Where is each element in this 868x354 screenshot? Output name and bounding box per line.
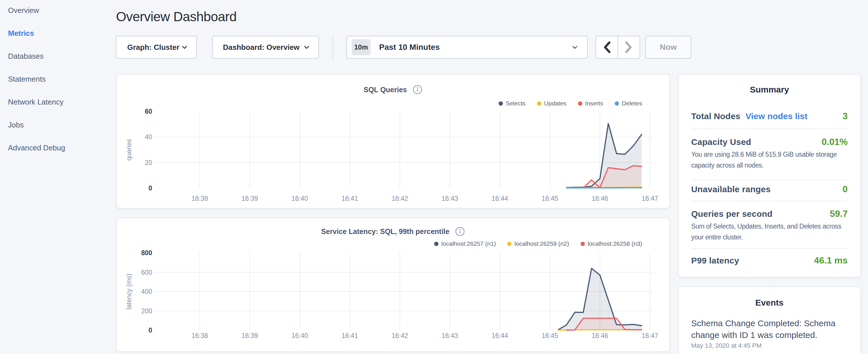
now-button-label: Now: [660, 43, 677, 52]
time-range-label: Past 10 Minutes: [379, 43, 440, 52]
legend-item-localhost-26258-n3-[interactable]: localhost:26258 (n3): [581, 240, 642, 247]
legend-item-deletes[interactable]: Deletes: [615, 100, 642, 107]
legend-label: localhost:26257 (n1): [441, 240, 496, 247]
sidebar-item-metrics[interactable]: Metrics: [8, 22, 34, 45]
toolbar-divider: [333, 35, 333, 60]
event-timestamp: May 13, 2020 at 4:45 PM: [691, 342, 762, 349]
view-nodes-list-link[interactable]: View nodes list: [746, 111, 808, 121]
events-card: Events Schema Change Completed: Schema c…: [678, 286, 861, 354]
legend-dot: [507, 242, 512, 246]
legend-item-localhost-26257-n1-[interactable]: localhost:26257 (n1): [434, 240, 496, 247]
time-step-group: [595, 36, 640, 59]
x-axis-tick: 16:41: [342, 332, 358, 340]
chart-plot-area[interactable]: [155, 111, 653, 188]
y-axis-tick: 0: [121, 185, 152, 192]
time-range-badge: 10m: [351, 39, 371, 55]
x-axis-tick: 16:43: [442, 195, 458, 202]
legend-label: Updates: [544, 100, 566, 107]
y-axis-tick: 0: [121, 326, 152, 334]
legend-item-updates[interactable]: Updates: [537, 100, 566, 107]
summary-row-value: 3: [842, 111, 848, 122]
y-axis-tick: 60: [121, 108, 152, 116]
legend-label: Inserts: [585, 100, 603, 107]
x-axis-tick: 16:45: [541, 195, 558, 202]
x-axis-tick: 16:39: [242, 332, 258, 340]
x-axis-tick: 16:41: [342, 195, 358, 202]
graph-dropdown-label: Graph: Cluster: [127, 43, 179, 52]
chart-plot-area[interactable]: [155, 253, 653, 330]
y-axis-label: latency (ms): [125, 273, 133, 309]
x-axis-tick: 16:42: [392, 195, 408, 202]
x-axis-tick: 16:45: [541, 332, 558, 340]
chevron-down-icon: [180, 43, 189, 52]
graph-dropdown[interactable]: Graph: Cluster: [116, 36, 197, 59]
dashboard-dropdown-label: Dashboard: Overview: [223, 43, 300, 52]
summary-divider: [691, 201, 848, 201]
x-axis-tick: 16:44: [492, 332, 508, 340]
legend-dot: [499, 101, 503, 106]
chevron-left-icon: [602, 41, 611, 54]
chart-legend: SelectsUpdatesInsertsDeletes: [499, 100, 642, 107]
summary-row-unavailable-ranges: Unavailable ranges0: [691, 184, 848, 194]
legend-label: Deletes: [622, 100, 642, 107]
summary-row-value: 46.1 ms: [814, 255, 848, 266]
legend-dot: [578, 101, 582, 106]
now-button[interactable]: Now: [645, 36, 691, 59]
summary-divider: [691, 180, 848, 180]
x-axis-tick: 16:38: [191, 332, 208, 340]
x-axis-tick: 16:43: [442, 332, 458, 340]
sidebar-item-network-latency[interactable]: Network Latency: [8, 91, 64, 114]
summary-row-capacity-used: Capacity Used0.01%You are using 28.6 MiB…: [691, 137, 848, 171]
service-latency-chart-card: Service Latency: SQL, 99th percentileloc…: [116, 218, 670, 352]
sidebar-item-advanced-debug[interactable]: Advanced Debug: [8, 136, 65, 159]
summary-card: Summary Total NodesView nodes list3Capac…: [678, 74, 861, 278]
legend-dot: [581, 242, 585, 246]
time-range-selector[interactable]: 10m Past 10 Minutes: [346, 36, 588, 59]
page-title: Overview Dashboard: [116, 9, 237, 24]
legend-dot: [537, 101, 541, 106]
chart-title: SQL Queries: [364, 86, 407, 94]
chevron-down-icon: [302, 43, 311, 52]
info-icon[interactable]: [455, 227, 465, 236]
event-message[interactable]: Schema Change Completed: Schema change w…: [691, 317, 840, 341]
sql-queries-chart-card: SQL QueriesSelectsUpdatesInsertsDeletes0…: [116, 74, 670, 208]
summary-row-value: 0: [842, 184, 848, 194]
summary-row-label: Capacity Used: [691, 137, 751, 147]
summary-row-description: Sum of Selects, Updates, Inserts, and De…: [691, 221, 848, 243]
sidebar-item-databases[interactable]: Databases: [8, 45, 43, 68]
summary-title: Summary: [679, 85, 860, 95]
summary-row-queries-per-second: Queries per second59.7Sum of Selects, Up…: [691, 208, 848, 243]
x-axis-tick: 16:46: [592, 195, 608, 202]
summary-row-value: 0.01%: [822, 137, 848, 147]
summary-row-label: Queries per second: [691, 209, 773, 219]
summary-row-label: Total Nodes: [691, 111, 741, 121]
events-title: Events: [679, 298, 860, 308]
legend-dot: [434, 242, 438, 246]
next-range-button[interactable]: [618, 36, 640, 58]
legend-item-localhost-26259-n2-[interactable]: localhost:26259 (n2): [507, 240, 569, 247]
x-axis-tick: 16:47: [642, 195, 658, 202]
summary-row-value: 59.7: [830, 208, 848, 219]
x-axis-tick: 16:42: [392, 332, 408, 340]
legend-label: localhost:26258 (n3): [588, 240, 642, 247]
summary-row-total-nodes: Total NodesView nodes list3: [691, 111, 848, 122]
legend-item-inserts[interactable]: Inserts: [578, 100, 603, 107]
summary-row-description: You are using 28.6 MiB of 515.9 GiB usab…: [691, 149, 848, 171]
dashboard-dropdown[interactable]: Dashboard: Overview: [212, 36, 319, 59]
legend-label: localhost:26259 (n2): [515, 240, 569, 247]
x-axis-tick: 16:46: [592, 332, 608, 340]
summary-divider: [691, 129, 848, 129]
x-axis-tick: 16:47: [642, 332, 658, 340]
chevron-down-icon: [570, 43, 579, 52]
legend-item-selects[interactable]: Selects: [499, 100, 526, 107]
legend-label: Selects: [506, 100, 526, 107]
chevron-right-icon: [624, 41, 633, 54]
x-axis-tick: 16:39: [242, 195, 258, 202]
sidebar-item-jobs[interactable]: Jobs: [8, 114, 24, 136]
info-icon[interactable]: [413, 85, 423, 95]
summary-row-label: P99 latency: [691, 256, 739, 265]
summary-row-label: Unavailable ranges: [691, 185, 771, 194]
prev-range-button[interactable]: [596, 36, 618, 58]
sidebar-item-overview[interactable]: Overview: [8, 0, 39, 22]
sidebar-item-statements[interactable]: Statements: [8, 68, 46, 91]
